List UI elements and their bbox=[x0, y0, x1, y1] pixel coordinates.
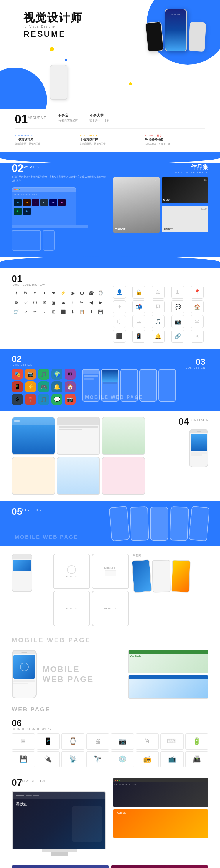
portfolio-title-en: MY SAMPLE REELS bbox=[113, 171, 208, 174]
timeline-name-1: 千·视觉设计师 bbox=[15, 137, 75, 142]
section05-left: 05ICON DESIGN bbox=[12, 507, 56, 516]
phones-col1 bbox=[12, 554, 49, 592]
mobile-screenshots-col: 03 ICON DESIGN MOBILE WEB PAGE bbox=[82, 354, 208, 405]
hero-phones-group: IPHONE bbox=[146, 9, 205, 52]
device-row bbox=[12, 230, 107, 251]
portfolio-card-3: 插画设计 50.09 bbox=[161, 206, 209, 232]
mobile-web-page-label-section: MOBILE WEB PAGE bbox=[0, 633, 220, 646]
section-more-phones: MOBILE 01 MOBILE 04 MOBILE 02 MOBILE 03 … bbox=[0, 547, 220, 633]
web-page-label-section: WEB PAGE bbox=[0, 705, 220, 714]
deco-dot-blue bbox=[65, 59, 67, 61]
section07-content: 07UI WEB DESIGN 游戏& bbox=[12, 778, 107, 856]
icons-filled-col: 01 ICON REUSE DISPLAY ☀ ↻ ✦ ✈ ❤ ⚡ ◉ ⏻ ☎ … bbox=[12, 274, 107, 343]
web-screenshots: DARK WEB DESIGN FASHION bbox=[113, 778, 208, 856]
hero-resume: RESUME bbox=[24, 29, 82, 39]
portfolio-card-2: UI设计 11 bbox=[161, 177, 209, 204]
timeline-desc-3: 负责品牌设计及相关工作 bbox=[145, 143, 205, 146]
hero-title-zh: 视觉设计师 bbox=[24, 12, 82, 24]
skills-desc: 在互联网行业拥有丰富的工作经验，擅长各类品牌设计，能够独立完成从概念到实施的全套… bbox=[12, 175, 107, 183]
section04-right: 04ICON DESIGN bbox=[150, 417, 208, 467]
timeline-item-1: 2010.03-2012.06 千·视觉设计师 负责品牌设计及相关工作 bbox=[15, 132, 75, 146]
about-university: 不是大学 bbox=[89, 113, 109, 118]
hero-phone-left bbox=[50, 65, 68, 100]
timeline-year-1: 2010.03-2012.06 bbox=[15, 134, 75, 137]
hero-deco-circle-bottom bbox=[0, 68, 47, 109]
about-number: 01ABOUT ME bbox=[15, 113, 46, 125]
monitor-mockup: 游戏& bbox=[12, 791, 107, 856]
icons01-label: ICON REUSE DISPLAY bbox=[12, 283, 107, 286]
timeline-year-3: 2013.06 — 至今 bbox=[145, 134, 205, 137]
about-work-years: 4年相关工作经历 bbox=[58, 119, 78, 123]
section-large-phone: MOBILEWEB PAGE WEB PAGE bbox=[0, 646, 220, 705]
app-icon-grid: 🎭 📷 🎵 🌍 ✉ 📱 ⚡ 🎮 🔔 🏠 ⚙ 📍 🎵 💬 📷 bbox=[12, 369, 76, 405]
mobile-web-label-1: MOBILE WEB PAGE bbox=[12, 637, 208, 644]
large-phone bbox=[12, 650, 37, 699]
section-07: 07UI WEB DESIGN 游戏& bbox=[0, 773, 220, 862]
phones-left-group bbox=[12, 417, 145, 495]
laptop-area: DESIGNING SOFTWARE Ps Ai Id Lr Ae Pr Au … bbox=[12, 187, 107, 228]
icons-filled-grid: ☀ ↻ ✦ ✈ ❤ ⚡ ◉ ⏻ ☎ ⌚ ⚙ ♡ ⬡ ✉ ▣ ☁ ♪ ✂ ◀ ▶ … bbox=[12, 289, 107, 316]
section-icons02-mobile: 02 ICON DESIGN 🎭 📷 🎵 🌍 ✉ 📱 ⚡ 🎮 🔔 🏠 ⚙ 📍 🎵… bbox=[0, 349, 220, 411]
section-06: 06 ICON DESIGN DISPLAY 🖥 📱 ⌚ 🖨 📷 🖱 ⌨ 🔋 💾… bbox=[0, 714, 220, 773]
section-web-large: WEB WEB PAGE MINIMAL bbox=[0, 862, 220, 868]
wave-blue-top bbox=[0, 152, 220, 163]
section-05: 05ICON DESIGN MOBILE WEB PAGE bbox=[0, 501, 220, 547]
hero-section: 视觉设计师 for Visual Designer RESUME IPHONE bbox=[0, 0, 220, 109]
section03-header: 03 ICON DESIGN bbox=[184, 358, 205, 369]
section03-label: ICON DESIGN bbox=[184, 366, 205, 369]
timeline-year-2: 2012.06-2013.06 bbox=[80, 134, 141, 137]
skills-left: 02MY SKILLS 在互联网行业拥有丰富的工作经验，擅长各类品牌设计，能够独… bbox=[12, 163, 107, 251]
web-large-grid: WEB WEB PAGE MINIMAL bbox=[12, 865, 208, 868]
icons-outline-grid: 👤 🔒 🗂 🗓 📍 ✦ 📬 🖼 💬 🏠 ⬡ ☁ 🎵 📷 ✉ ⬛ 📱 🔔 🔗 ☀ bbox=[113, 286, 208, 343]
section05-mobile-web: MOBILE WEB PAGE bbox=[15, 534, 78, 540]
timeline-name-3: 千·视觉设计师 bbox=[145, 138, 205, 142]
about-edu-block: 不是大学 艺术设计 — 本科 bbox=[89, 113, 109, 123]
portfolio-right: 作品集 MY SAMPLE REELS 11 品牌设计 UI设计 11 插画设计… bbox=[113, 163, 208, 251]
section06-label: ICON DESIGN DISPLAY bbox=[12, 727, 52, 731]
icons-outline-col: 👤 🔒 🗂 🗓 📍 ✦ 📬 🖼 💬 🏠 ⬡ ☁ 🎵 📷 ✉ ⬛ 📱 🔔 🔗 ☀ bbox=[113, 274, 208, 343]
phones-right: 千图网 bbox=[133, 554, 208, 592]
skills-number: 02MY SKILLS bbox=[12, 163, 107, 174]
timeline-item-3: 2013.06 — 至今 千·视觉设计师 负责品牌设计及相关工作 bbox=[145, 132, 205, 146]
timeline-name-2: 千·视觉设计师 bbox=[80, 137, 141, 142]
section-04: 04ICON DESIGN bbox=[0, 411, 220, 501]
portfolio-title-zh: 作品集 bbox=[113, 163, 208, 171]
web-shots: WEB PAGE bbox=[129, 650, 209, 699]
section-icons-combined: 01 ICON REUSE DISPLAY ☀ ↻ ✦ ✈ ❤ ⚡ ◉ ⏻ ☎ … bbox=[0, 268, 220, 349]
icons02-label: ICON DESIGN bbox=[12, 363, 76, 366]
timeline-desc-1: 负责品牌设计及相关工作 bbox=[15, 142, 75, 145]
portfolio-card-main: 11 品牌设计 bbox=[113, 177, 160, 233]
section06-icon-grid: 🖥 📱 ⌚ 🖨 📷 🖱 ⌨ 🔋 💾 🔌 📡 🔭 💿 📻 📺 📠 bbox=[12, 733, 208, 768]
timeline: 2010.03-2012.06 千·视觉设计师 负责品牌设计及相关工作 2012… bbox=[15, 128, 205, 146]
about-name: 不是我 bbox=[58, 113, 78, 118]
hero-subtitle: for Visual Designer bbox=[24, 25, 82, 28]
iphone-label: IPHONE bbox=[166, 12, 186, 17]
mobile-web-text-block: MOBILEWEB PAGE bbox=[42, 664, 122, 684]
hero-title-block: 视觉设计师 for Visual Designer RESUME bbox=[24, 12, 82, 39]
mobile-web-label: MOBILE WEB PAGE bbox=[85, 395, 143, 401]
wave-blue-bottom bbox=[0, 256, 220, 268]
about-major: 艺术设计 — 本科 bbox=[89, 119, 109, 123]
section05-phones bbox=[60, 507, 208, 540]
section-skills: 02MY SKILLS 在互联网行业拥有丰富的工作经验，擅长各类品牌设计，能够独… bbox=[0, 163, 220, 257]
app-icons-col: 02 ICON DESIGN 🎭 📷 🎵 🌍 ✉ 📱 ⚡ 🎮 🔔 🏠 ⚙ 📍 🎵… bbox=[12, 354, 76, 405]
icons01-num: 01 bbox=[12, 274, 107, 283]
timeline-desc-2: 负责品牌设计及相关工作 bbox=[80, 142, 141, 145]
portfolio-grid: 11 品牌设计 UI设计 11 插画设计 50.09 bbox=[113, 177, 208, 233]
section-about: 01ABOUT ME 不是我 4年相关工作经历 不是大学 艺术设计 — 本科 2… bbox=[0, 109, 220, 152]
icons02-num: 02 bbox=[12, 354, 76, 363]
timeline-item-2: 2012.06-2013.06 千·视觉设计师 负责品牌设计及相关工作 bbox=[80, 132, 141, 146]
deco-dot-yellow2 bbox=[129, 82, 132, 85]
about-name-block: 不是我 4年相关工作经历 bbox=[58, 113, 78, 123]
deco-dot-yellow bbox=[50, 47, 54, 51]
phones-grid: MOBILE 01 MOBILE 04 MOBILE 02 MOBILE 03 bbox=[53, 554, 129, 626]
